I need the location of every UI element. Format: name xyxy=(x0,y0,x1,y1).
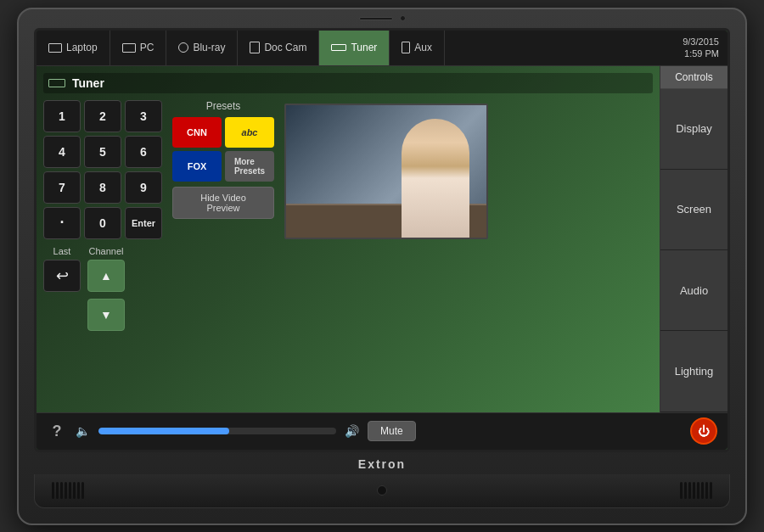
presets-grid: CNN abc FOX MorePresets xyxy=(172,117,274,182)
numpad-enter[interactable]: Enter xyxy=(125,207,162,239)
preset-fox[interactable]: FOX xyxy=(172,151,222,182)
channel-down-button[interactable]: ▼ xyxy=(87,299,125,331)
help-button[interactable]: ? xyxy=(47,421,67,441)
numpad-6[interactable]: 6 xyxy=(125,136,162,168)
grille-dot xyxy=(77,482,80,499)
grille-dot xyxy=(688,482,691,499)
numpad: 1 2 3 4 5 6 7 8 9 · 0 Enter xyxy=(43,100,162,239)
numpad-1[interactable]: 1 xyxy=(43,100,81,132)
aux-icon xyxy=(402,42,410,53)
video-preview xyxy=(284,104,488,239)
nav-datetime: 9/3/2015 1:59 PM xyxy=(683,31,727,65)
hide-preview-button[interactable]: Hide VideoPreview xyxy=(172,187,274,219)
numpad-9[interactable]: 9 xyxy=(125,171,162,204)
numpad-7[interactable]: 7 xyxy=(43,171,81,204)
bluray-icon xyxy=(178,42,188,53)
nav-label-doccam: Doc Cam xyxy=(264,42,306,53)
grille-dot xyxy=(60,482,63,499)
numpad-8[interactable]: 8 xyxy=(84,171,121,204)
grille-dot xyxy=(684,482,687,499)
grille-dot xyxy=(69,482,71,499)
nav-label-tuner: Tuner xyxy=(351,42,377,53)
brand-label: Extron xyxy=(358,457,406,471)
controls-header: Controls xyxy=(660,66,727,89)
presets-panel: Presets CNN abc FOX MorePresets Hide Vid… xyxy=(172,100,274,239)
last-button[interactable]: ↩ xyxy=(43,260,81,292)
preset-more[interactable]: MorePresets xyxy=(225,151,274,182)
nav-item-aux[interactable]: Aux xyxy=(390,31,445,65)
control-screen[interactable]: Screen xyxy=(660,170,727,250)
volume-slider-fill xyxy=(98,428,229,434)
tuner-title: Tuner xyxy=(72,76,104,90)
volume-slider-track[interactable] xyxy=(98,428,336,434)
mic-strip xyxy=(359,17,393,20)
nav-item-doccam[interactable]: Doc Cam xyxy=(238,31,319,65)
numpad-3[interactable]: 3 xyxy=(125,100,162,132)
control-audio[interactable]: Audio xyxy=(660,250,727,331)
grille-dot xyxy=(52,482,54,499)
date-display: 9/3/2015 xyxy=(683,36,719,48)
speaker-bar xyxy=(34,474,730,508)
person-silhouette xyxy=(402,119,469,238)
grille-dot xyxy=(56,482,59,499)
screen: Laptop PC Blu-ray Doc Cam Tuner xyxy=(37,31,727,450)
grille-dot xyxy=(701,482,704,499)
power-button[interactable]: ⏻ xyxy=(690,417,717,445)
grille-dot xyxy=(73,482,76,499)
channel-up-button[interactable]: ▲ xyxy=(87,260,125,292)
tuner-header: Tuner xyxy=(43,73,653,93)
control-lighting[interactable]: Lighting xyxy=(660,331,727,412)
numpad-2[interactable]: 2 xyxy=(84,100,121,132)
grille-dot xyxy=(697,482,699,499)
channel-label: Channel xyxy=(89,246,124,256)
nav-label-pc: PC xyxy=(140,42,154,53)
presets-label: Presets xyxy=(172,100,274,112)
mute-button[interactable]: Mute xyxy=(368,421,416,441)
nav-item-bluray[interactable]: Blu-ray xyxy=(166,31,238,65)
doccam-icon xyxy=(250,42,260,53)
pc-icon xyxy=(122,43,136,53)
volume-high-icon: 🔊 xyxy=(345,424,359,438)
nav-item-laptop[interactable]: Laptop xyxy=(37,31,110,65)
center-camera xyxy=(377,485,387,496)
bottom-bar: ? 🔈 🔊 Mute ⏻ xyxy=(37,412,727,450)
channel-column: Channel ▲ ▼ xyxy=(87,246,125,331)
tuner-header-icon xyxy=(48,79,65,87)
numpad-4[interactable]: 4 xyxy=(43,136,81,168)
device-frame: Laptop PC Blu-ray Doc Cam Tuner xyxy=(17,8,747,525)
preset-abc[interactable]: abc xyxy=(225,117,274,148)
numpad-dot[interactable]: · xyxy=(43,207,81,239)
main-content: Tuner 1 2 3 4 5 6 7 8 xyxy=(37,66,727,412)
nav-item-tuner[interactable]: Tuner xyxy=(319,31,390,65)
nav-item-pc[interactable]: PC xyxy=(110,31,167,65)
grille-dot xyxy=(705,482,708,499)
time-display: 1:59 PM xyxy=(684,48,719,59)
right-speaker-grille xyxy=(680,482,712,499)
laptop-icon xyxy=(48,43,62,53)
right-panel: Controls Display Screen Audio Lighting xyxy=(660,66,727,412)
screen-wrapper: Laptop PC Blu-ray Doc Cam Tuner xyxy=(34,28,730,452)
numpad-0[interactable]: 0 xyxy=(84,207,121,239)
grille-dot xyxy=(710,482,712,499)
device-bottom: Extron xyxy=(19,452,745,508)
preset-cnn[interactable]: CNN xyxy=(172,117,222,148)
camera-dot xyxy=(400,15,406,21)
grille-dot xyxy=(81,482,84,499)
device-top-bar xyxy=(19,9,745,28)
volume-low-icon: 🔈 xyxy=(76,424,90,438)
last-label: Last xyxy=(53,246,71,256)
numpad-5[interactable]: 5 xyxy=(84,136,121,168)
controls-row: 1 2 3 4 5 6 7 8 9 · 0 Enter xyxy=(43,100,653,239)
nav-label-laptop: Laptop xyxy=(66,42,98,53)
nav-label-bluray: Blu-ray xyxy=(193,42,225,53)
left-speaker-grille xyxy=(52,482,84,499)
tuner-icon xyxy=(331,44,346,51)
grille-dot xyxy=(680,482,683,499)
nav-bar: Laptop PC Blu-ray Doc Cam Tuner xyxy=(37,31,727,66)
nav-label-aux: Aux xyxy=(414,42,432,53)
channel-row: Last ↩ Channel ▲ ▼ xyxy=(43,246,653,331)
grille-dot xyxy=(65,482,67,499)
control-display[interactable]: Display xyxy=(660,89,727,170)
last-column: Last ↩ xyxy=(43,246,81,292)
left-panel: Tuner 1 2 3 4 5 6 7 8 xyxy=(37,66,660,412)
